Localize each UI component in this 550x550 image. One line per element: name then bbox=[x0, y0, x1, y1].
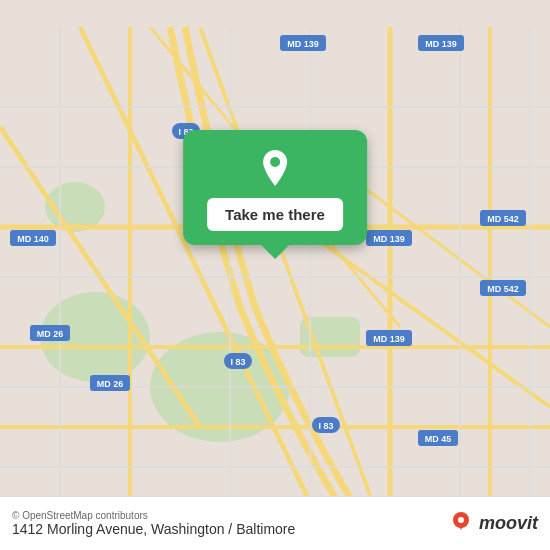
svg-text:MD 140: MD 140 bbox=[17, 234, 49, 244]
svg-text:MD 139: MD 139 bbox=[373, 234, 405, 244]
location-pin-icon bbox=[253, 146, 297, 190]
svg-text:I 83: I 83 bbox=[230, 357, 245, 367]
svg-text:MD 26: MD 26 bbox=[97, 379, 124, 389]
address-info: © OpenStreetMap contributors 1412 Morlin… bbox=[12, 510, 295, 537]
svg-text:MD 26: MD 26 bbox=[37, 329, 64, 339]
svg-text:MD 45: MD 45 bbox=[425, 434, 452, 444]
moovit-logo: moovit bbox=[447, 510, 538, 538]
bottom-bar: © OpenStreetMap contributors 1412 Morlin… bbox=[0, 496, 550, 550]
svg-text:MD 139: MD 139 bbox=[373, 334, 405, 344]
take-me-there-button[interactable]: Take me there bbox=[207, 198, 343, 231]
svg-point-56 bbox=[458, 517, 464, 523]
svg-text:MD 139: MD 139 bbox=[425, 39, 457, 49]
svg-text:MD 542: MD 542 bbox=[487, 214, 519, 224]
map-container: MD 139 MD 139 I 83 I 83 I 83 MD 140 MD 1… bbox=[0, 0, 550, 550]
moovit-brand-name: moovit bbox=[479, 513, 538, 534]
svg-text:I 83: I 83 bbox=[318, 421, 333, 431]
svg-rect-0 bbox=[0, 27, 550, 523]
svg-point-54 bbox=[270, 157, 280, 167]
popup-card: Take me there bbox=[183, 130, 367, 245]
moovit-icon bbox=[447, 510, 475, 538]
copyright-text: © OpenStreetMap contributors bbox=[12, 510, 295, 521]
svg-text:MD 542: MD 542 bbox=[487, 284, 519, 294]
address-text: 1412 Morling Avenue, Washington / Baltim… bbox=[12, 521, 295, 537]
svg-text:MD 139: MD 139 bbox=[287, 39, 319, 49]
